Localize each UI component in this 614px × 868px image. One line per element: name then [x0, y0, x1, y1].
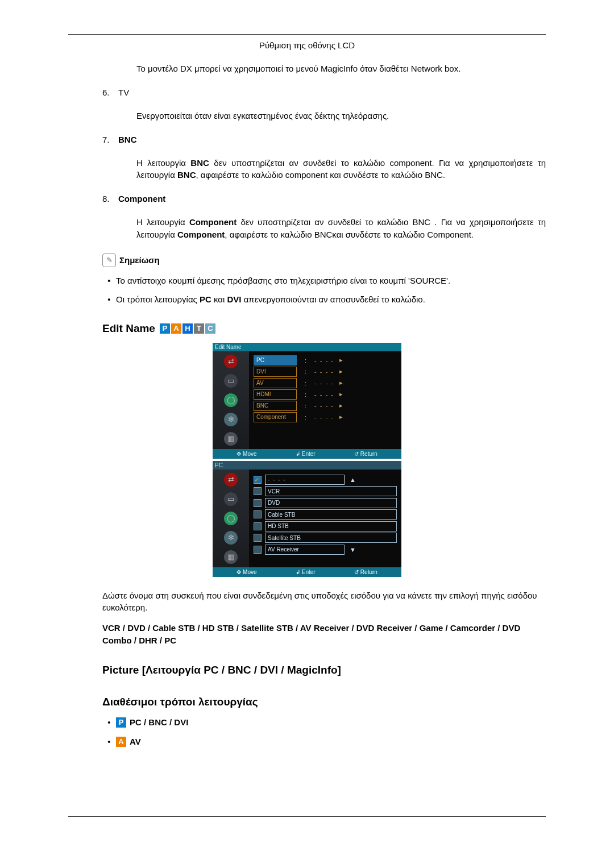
osd-edit-name: Edit Name ⇄ ▭ ◯ ✻ ▥ PC:- - - -▸ DVI:- - …	[213, 343, 401, 459]
osd-side-icon-doc: ▥	[224, 550, 238, 564]
after-osd-p2: VCR / DVD / Cable STB / HD STB / Satelli…	[102, 622, 546, 647]
intro-paragraph: Το μοντέλο DX μπορεί να χρησιμοποιεί το …	[136, 63, 546, 75]
osd-side-icon-doc: ▥	[224, 432, 238, 446]
osd-row-av[interactable]: AV:- - - -▸	[254, 377, 397, 389]
osd-row-dvi[interactable]: DVI:- - - -▸	[254, 366, 397, 377]
osd-row-hdmi[interactable]: HDMI:- - - -▸	[254, 389, 397, 400]
mode-chip-a: A	[171, 323, 181, 334]
mode-chip-p: P	[116, 717, 126, 728]
bullet-icon: •	[102, 294, 116, 305]
osd-sidebar: ⇄ ▭ ◯ ✻ ▥	[213, 470, 249, 567]
list-num: 7.	[102, 135, 118, 144]
osd-side-icon-screen: ▭	[224, 492, 238, 506]
mode-label: AV	[130, 737, 141, 746]
osd-edit-name-pc: PC ⇄ ▭ ◯ ✻ ▥ ✔ - - - - ▲ VCR DVD	[213, 461, 401, 577]
osd-row-label: DVI	[254, 367, 297, 377]
osd-row-label: Component	[254, 412, 297, 422]
enter-icon: ↲	[296, 569, 300, 575]
osd-row-label: DVD	[265, 498, 397, 508]
osd-row-label: - - - -	[265, 475, 345, 485]
page-header: Ρύθμιση της οθόνης LCD	[68, 40, 546, 50]
osd-side-icon-circle: ◯	[224, 393, 238, 407]
osd-main: ✔ - - - - ▲ VCR DVD Cable STB HD STB Sat…	[249, 470, 401, 567]
move-icon: ✥	[237, 569, 241, 575]
edit-name-text: Edit Name	[102, 322, 155, 335]
note-bullet-2: • Οι τρόποι λειτουργίας PC και DVI απενε…	[102, 294, 546, 305]
osd-row-label: PC	[254, 355, 297, 366]
foot-enter: Enter	[302, 451, 316, 457]
check-icon	[254, 499, 262, 507]
osd-main: PC:- - - -▸ DVI:- - - -▸ AV:- - - -▸ HDM…	[249, 351, 401, 449]
list-body-7: Η λειτουργία BNC δεν υποστηρίζεται αν συ…	[136, 157, 546, 182]
bullet-text: Το αντίστοιχο κουμπί άμεσης πρόσβασης στ…	[116, 275, 450, 286]
osd-row-hdstb[interactable]: HD STB	[254, 521, 397, 533]
mode-chip-p: P	[160, 323, 170, 334]
osd-row-component[interactable]: Component:- - - -▸	[254, 412, 397, 423]
mode-label: PC / BNC / DVI	[130, 717, 188, 727]
osd-sidebar: ⇄ ▭ ◯ ✻ ▥	[213, 351, 249, 449]
list-heading-bnc: BNC	[118, 135, 137, 144]
osd-row-label: BNC	[254, 401, 297, 411]
osd-row-dvd[interactable]: DVD	[254, 497, 397, 509]
osd-side-icon-input: ⇄	[224, 355, 238, 368]
check-icon	[254, 510, 262, 518]
osd-foot: ✥Move ↲Enter ↺Return	[213, 449, 401, 459]
arrow-down-icon: ▼	[350, 546, 356, 553]
bullet-icon: •	[102, 275, 116, 286]
bullet-icon: •	[102, 737, 116, 746]
osd-row-label: HD STB	[265, 521, 397, 531]
mode-chip-c: C	[205, 323, 215, 334]
osd-row-label: AV	[254, 378, 297, 388]
check-icon	[254, 534, 262, 542]
list-item-6: 6. TV	[102, 88, 546, 97]
picture-heading: Picture [Λειτουργία PC / BNC / DVI / Mag…	[102, 664, 546, 676]
mode-chip-t: T	[194, 323, 204, 334]
osd-row-cablestb[interactable]: Cable STB	[254, 509, 397, 521]
list-heading-component: Component	[118, 194, 165, 203]
osd-side-icon-circle: ◯	[224, 512, 238, 525]
osd-side-icon-gear: ✻	[224, 413, 238, 426]
arrow-up-icon: ▲	[350, 476, 356, 483]
mode-line-av: • A AV	[102, 737, 546, 747]
move-icon: ✥	[237, 451, 241, 457]
osd-row-pc[interactable]: PC:- - - -▸	[254, 355, 397, 366]
note-row: ✎ Σημείωση	[102, 254, 546, 267]
return-icon: ↺	[354, 451, 359, 457]
foot-return: Return	[360, 569, 377, 575]
mode-chip-a: A	[116, 737, 126, 747]
foot-move: Move	[243, 451, 256, 457]
check-icon	[254, 546, 262, 554]
osd-row-selected[interactable]: ✔ - - - - ▲	[254, 474, 397, 486]
note-title: Σημείωση	[119, 255, 160, 265]
edit-name-heading: Edit Name P A H T C	[102, 322, 546, 335]
list-item-7: 7. BNC	[102, 135, 546, 144]
check-icon: ✔	[254, 476, 262, 484]
osd-subtitle: PC	[213, 461, 401, 470]
osd-row-bnc[interactable]: BNC:- - - -▸	[254, 400, 397, 412]
available-modes-heading: Διαθέσιμοι τρόποι λειτουργίας	[102, 696, 546, 708]
return-icon: ↺	[354, 569, 359, 575]
osd-foot: ✥Move ↲Enter ↺Return	[213, 567, 401, 577]
osd-title: Edit Name	[213, 343, 401, 351]
check-icon	[254, 487, 262, 495]
osd-row-label: VCR	[265, 486, 397, 496]
mode-chip-h: H	[182, 323, 193, 334]
osd-side-icon-gear: ✻	[224, 531, 238, 545]
osd-row-label: Cable STB	[265, 509, 397, 520]
bullet-icon: •	[102, 717, 116, 727]
list-heading-tv: TV	[118, 88, 129, 97]
osd-row-avrec[interactable]: AV Receiver▼	[254, 544, 397, 556]
osd-row-satstb[interactable]: Satellite STB	[254, 532, 397, 544]
foot-enter: Enter	[302, 569, 316, 575]
list-num: 8.	[102, 194, 118, 203]
after-osd-p1: Δώστε όνομα στη συσκευή που είναι συνδεδ…	[102, 589, 546, 614]
note-bullet-1: • Το αντίστοιχο κουμπί άμεσης πρόσβασης …	[102, 275, 546, 286]
foot-move: Move	[243, 569, 256, 575]
foot-return: Return	[360, 451, 377, 457]
osd-side-icon-screen: ▭	[224, 374, 238, 388]
list-body-6: Ενεργοποιείται όταν είναι εγκατεστημένος…	[136, 110, 546, 122]
list-body-8: Η λειτουργία Component δεν υποστηρίζεται…	[136, 216, 546, 241]
osd-row-label: HDMI	[254, 389, 297, 400]
bullet-text: Οι τρόποι λειτουργίας PC και DVI απενεργ…	[116, 294, 425, 305]
osd-row-vcr[interactable]: VCR	[254, 485, 397, 497]
